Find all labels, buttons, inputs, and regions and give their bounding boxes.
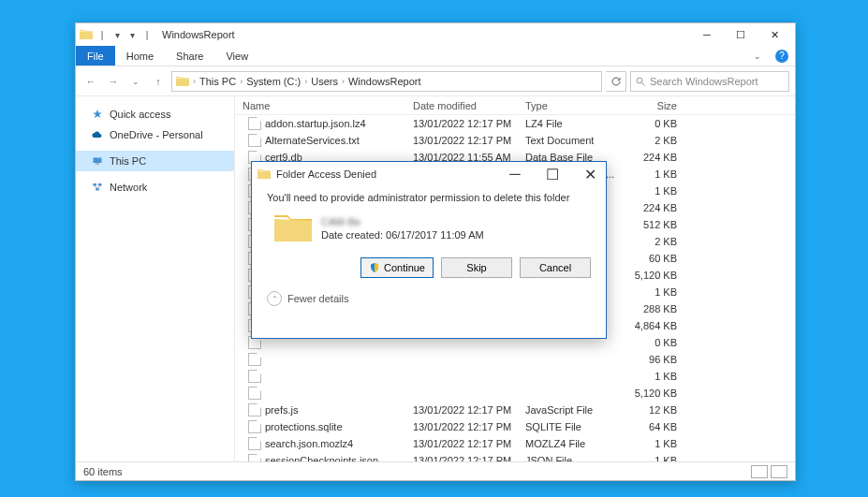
column-date[interactable]: Date modified [413, 100, 525, 111]
sidebar-item-network[interactable]: Network [76, 177, 234, 197]
file-icon [248, 454, 261, 461]
file-size: 288 KB [628, 303, 684, 314]
crumb[interactable]: This PC [199, 76, 236, 87]
file-date: 13/01/2022 12:17 PM [413, 455, 525, 461]
tab-file[interactable]: File [76, 46, 115, 66]
table-row[interactable]: addon.startup.json.lz413/01/2022 12:17 P… [235, 115, 795, 132]
dialog-folder-name: CAW-Be [321, 216, 484, 227]
file-date: 13/01/2022 12:17 PM [413, 421, 525, 432]
folder-icon [176, 76, 189, 87]
qat-overflow-icon[interactable]: ▾ [126, 29, 138, 40]
refresh-button[interactable] [606, 71, 626, 92]
close-button[interactable]: ✕ [758, 23, 791, 46]
tab-home[interactable]: Home [115, 46, 165, 66]
tab-share[interactable]: Share [165, 46, 214, 66]
file-size: 224 KB [628, 152, 684, 163]
skip-button[interactable]: Skip [441, 257, 512, 278]
help-button[interactable]: ? [769, 46, 795, 66]
file-name: AlternateServices.txt [265, 135, 360, 146]
svg-rect-6 [94, 158, 102, 164]
dialog-folder-info: CAW-Be Date created: 06/17/2017 11:09 AM [252, 203, 606, 244]
window-title: WindowsReport [162, 29, 235, 40]
continue-label: Continue [384, 262, 425, 273]
svg-marker-14 [274, 219, 312, 241]
chevron-right-icon: › [240, 77, 243, 86]
file-icon [248, 387, 261, 400]
table-row[interactable]: sessionCheckpoints.json13/01/2022 12:17 … [235, 452, 795, 461]
file-type: LZ4 File [525, 118, 628, 129]
svg-rect-10 [96, 188, 99, 191]
file-type: JSON File [525, 455, 628, 461]
file-size: 5,120 KB [628, 387, 684, 399]
file-size: 1 KB [628, 185, 684, 197]
column-type[interactable]: Type [525, 100, 628, 111]
table-row[interactable]: 5,120 KB [235, 385, 795, 402]
forward-button[interactable]: → [104, 72, 123, 91]
sidebar-item-label: This PC [110, 155, 146, 167]
file-type: Text Document [525, 135, 628, 146]
sidebar-item-quick-access[interactable]: Quick access [76, 104, 234, 124]
breadcrumb[interactable]: › This PC › System (C:) › Users › Window… [171, 71, 602, 92]
dialog-close-button[interactable]: ✕ [574, 162, 606, 186]
cancel-button[interactable]: Cancel [520, 257, 591, 278]
search-placeholder: Search WindowsReport [650, 76, 758, 87]
file-size: 60 KB [628, 253, 684, 264]
file-icon [248, 117, 261, 130]
recent-locations-icon[interactable]: ⌄ [126, 72, 145, 91]
pc-icon [91, 155, 104, 167]
file-name: search.json.mozlz4 [265, 438, 353, 449]
up-button[interactable]: ↑ [149, 72, 168, 91]
dialog-minimize-button[interactable]: ─ [499, 162, 531, 186]
svg-marker-3 [176, 78, 189, 85]
file-size: 4,864 KB [628, 320, 684, 331]
qat-dropdown-icon[interactable]: ▾ [111, 29, 123, 40]
view-large-icon[interactable] [771, 465, 787, 478]
table-row[interactable]: search.json.mozlz413/01/2022 12:17 PMMOZ… [235, 435, 795, 452]
file-icon [248, 403, 261, 417]
sidebar-item-this-pc[interactable]: This PC [76, 151, 234, 171]
column-size[interactable]: Size [628, 100, 684, 111]
sidebar-item-onedrive-personal[interactable]: OneDrive - Personal [76, 124, 234, 145]
ribbon-expand-icon[interactable]: ⌄ [746, 46, 769, 66]
tab-view[interactable]: View [214, 46, 259, 66]
table-row[interactable]: protections.sqlite13/01/2022 12:17 PMSQL… [235, 418, 795, 435]
qat-divider: | [96, 29, 108, 40]
maximize-button[interactable]: ☐ [724, 23, 758, 46]
dialog-maximize-button[interactable]: ☐ [537, 162, 568, 186]
file-size: 224 KB [628, 202, 684, 213]
view-details-icon[interactable] [751, 465, 768, 478]
chevron-right-icon: › [193, 77, 196, 86]
search-icon [635, 76, 646, 87]
sidebar-item-label: OneDrive - Personal [110, 129, 203, 140]
search-input[interactable]: Search WindowsReport [630, 71, 789, 92]
file-name: addon.startup.json.lz4 [265, 118, 366, 129]
file-icon [248, 353, 261, 366]
svg-rect-9 [98, 183, 102, 186]
minimize-button[interactable]: ─ [690, 23, 724, 46]
file-name: protections.sqlite [265, 421, 343, 432]
table-row[interactable]: prefs.js13/01/2022 12:17 PMJavaScript Fi… [235, 402, 795, 418]
file-type: JavaScript File [525, 404, 628, 416]
crumb[interactable]: Users [311, 76, 338, 87]
fewer-details-toggle[interactable]: ⌃ Fewer details [252, 278, 606, 319]
svg-point-4 [637, 78, 642, 83]
star-icon [91, 109, 104, 120]
sidebar-item-label: Quick access [110, 109, 170, 120]
back-button[interactable]: ← [81, 72, 100, 91]
crumb[interactable]: System (C:) [246, 76, 301, 87]
file-icon [248, 370, 261, 383]
file-size: 0 KB [628, 118, 684, 129]
table-row[interactable]: 1 KB [235, 368, 795, 385]
crumb[interactable]: WindowsReport [348, 76, 421, 87]
file-size: 12 KB [628, 404, 684, 416]
uac-shield-icon [369, 262, 380, 273]
continue-button[interactable]: Continue [360, 257, 434, 278]
svg-line-5 [642, 82, 645, 85]
svg-rect-7 [96, 164, 99, 165]
table-row[interactable]: 96 KB [235, 351, 795, 368]
svg-marker-1 [80, 32, 93, 39]
file-name: sessionCheckpoints.json [265, 455, 378, 461]
dialog-message: You'll need to provide administrator per… [252, 186, 606, 203]
table-row[interactable]: AlternateServices.txt13/01/2022 12:17 PM… [235, 132, 795, 149]
column-name[interactable]: Name [235, 100, 413, 111]
